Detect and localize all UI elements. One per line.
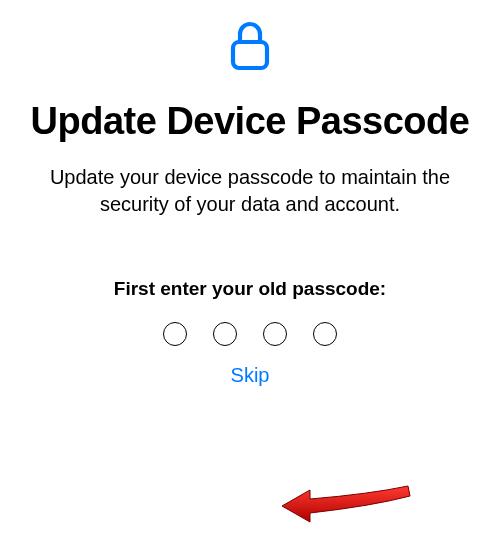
skip-button[interactable]: Skip <box>231 364 270 387</box>
passcode-dot <box>213 322 237 346</box>
passcode-prompt: First enter your old passcode: <box>114 278 386 300</box>
lock-icon <box>229 20 271 72</box>
passcode-dot <box>313 322 337 346</box>
arrow-annotation-icon <box>280 484 420 534</box>
page-title: Update Device Passcode <box>11 100 490 144</box>
page-subtitle: Update your device passcode to maintain … <box>0 164 500 218</box>
passcode-input[interactable] <box>163 322 337 346</box>
svg-rect-0 <box>233 42 267 68</box>
passcode-dot <box>163 322 187 346</box>
passcode-dot <box>263 322 287 346</box>
